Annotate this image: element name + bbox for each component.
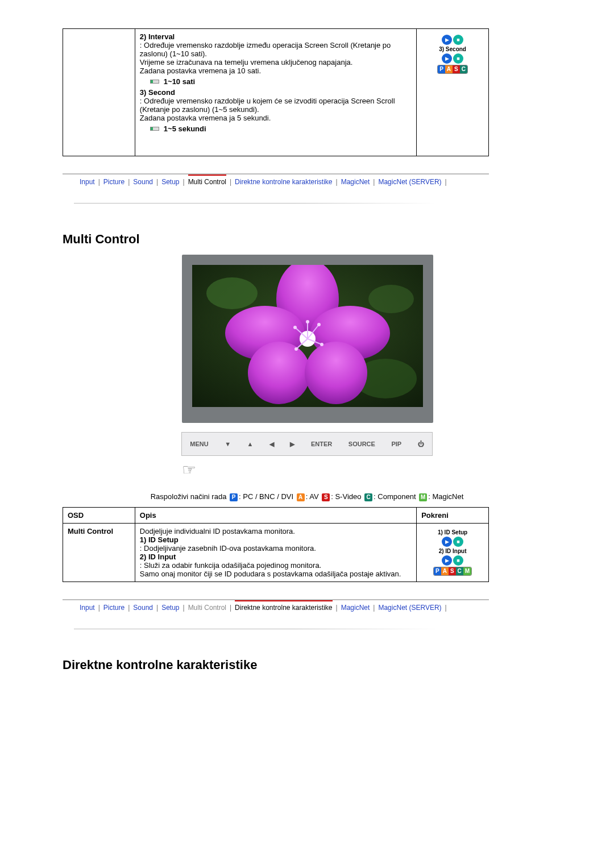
second-text: Zadana postavka vremena ja 5 sekundi. — [140, 114, 412, 122]
hand-pointer-icon: ☞ — [182, 460, 205, 483]
second-text: : Određuje vremensko razdoblje u kojem ć… — [140, 97, 412, 114]
play-icon[interactable]: ▶ — [442, 537, 452, 547]
svg-point-18 — [320, 343, 323, 346]
svg-point-17 — [306, 320, 309, 323]
direktne-heading: Direktne kontrolne karakteristike — [63, 658, 614, 672]
osd-button-bar: MENU ENTER SOURCE PIP — [181, 432, 433, 456]
pokreni-label-2: 2) ID Input — [439, 548, 467, 554]
id-input-text: : Služi za odabir funkcija odašiljača po… — [140, 561, 412, 570]
th-opis: Opis — [135, 507, 416, 523]
svg-point-16 — [293, 326, 297, 329]
th-pokreni: Pokreni — [417, 507, 489, 523]
available-modes-row: Raspoloživi načini rada P: PC / BNC / DV… — [63, 492, 551, 501]
slider-icon — [150, 80, 159, 84]
nav-magicnet-server[interactable]: MagicNet (SERVER) — [378, 604, 441, 612]
nav-bar-1: Input| Picture| Sound| Setup| Multi Cont… — [63, 175, 489, 186]
nav-input[interactable]: Input — [80, 604, 95, 612]
stop-icon[interactable]: ■ — [453, 53, 463, 64]
osd-right-icon[interactable] — [290, 441, 294, 448]
pokreni-label-1: 1) ID Setup — [438, 529, 467, 535]
play-icon[interactable]: ▶ — [442, 555, 452, 566]
interval-text: Zadana postavka vremena ja 10 sati. — [140, 67, 412, 75]
nav-sound[interactable]: Sound — [133, 178, 153, 186]
stop-icon[interactable]: ■ — [453, 555, 463, 566]
mode-badge-p: P — [230, 493, 238, 501]
osd-up-icon[interactable] — [247, 441, 254, 447]
osd-down-icon[interactable] — [225, 441, 231, 447]
svg-point-15 — [317, 323, 321, 326]
nav-magicnet-server[interactable]: MagicNet (SERVER) — [378, 178, 441, 186]
nav-magicnet[interactable]: MagicNet — [341, 178, 370, 186]
nav-direktne[interactable]: Direktne kontrolne karakteristike — [235, 600, 332, 612]
second-heading: 3) Second — [140, 88, 412, 97]
id-input-text: Samo onaj monitor čiji se ID podudara s … — [140, 570, 412, 578]
mode-badge-c: C — [364, 493, 372, 501]
nav-bar-2: Input| Picture| Sound| Setup| Multi Cont… — [63, 600, 489, 612]
nav-picture[interactable]: Picture — [103, 604, 125, 612]
svg-point-19 — [294, 347, 298, 351]
modes-prefix: Raspoloživi načini rada — [151, 492, 227, 501]
mode-badge-s: S — [322, 493, 330, 501]
multi-control-heading: Multi Control — [63, 232, 614, 247]
svg-point-1 — [206, 277, 258, 309]
nav-sound[interactable]: Sound — [133, 604, 153, 612]
osd-left-icon[interactable] — [269, 441, 274, 448]
nav-multi-control[interactable]: Multi Control — [188, 175, 226, 186]
nav-direktne[interactable]: Direktne kontrolne karakteristike — [235, 178, 332, 186]
osd-pip[interactable]: PIP — [391, 441, 401, 447]
mode-badge-a: A — [297, 493, 305, 501]
play-icon[interactable]: ▶ — [442, 35, 452, 45]
monitor-illustration — [182, 255, 432, 423]
svg-point-3 — [368, 285, 414, 313]
play-icon[interactable]: ▶ — [442, 53, 452, 64]
pascm-badge: PASCM — [433, 567, 472, 576]
pasc-badge: PASC — [437, 65, 468, 74]
th-osd: OSD — [63, 507, 135, 523]
nav-input[interactable]: Input — [80, 178, 95, 186]
pokreni-label: 3) Second — [439, 46, 466, 52]
flower-image — [192, 265, 423, 407]
interval-heading: 2) Interval — [140, 32, 412, 41]
id-setup-head: 1) ID Setup — [140, 535, 412, 544]
interval-text: : Određuje vremensko razdoblje između op… — [140, 41, 412, 58]
stop-icon[interactable]: ■ — [453, 35, 463, 45]
osd-power-icon[interactable] — [418, 441, 424, 447]
nav-magicnet[interactable]: MagicNet — [341, 604, 370, 612]
mode-badge-m: M — [419, 493, 427, 501]
osd-enter[interactable]: ENTER — [311, 441, 332, 447]
pokreni-group: ▶ ■ 3) Second ▶ ■ PASC — [421, 32, 484, 76]
svg-point-7 — [248, 342, 310, 404]
nav-picture[interactable]: Picture — [103, 178, 125, 186]
svg-point-8 — [305, 342, 367, 404]
top-continuation-table: 2) Interval : Određuje vremensko razdobl… — [63, 28, 489, 156]
second-bullet: 1~5 sekundi — [150, 124, 412, 133]
nav-setup[interactable]: Setup — [161, 178, 179, 186]
interval-bullet: 1~10 sati — [150, 77, 412, 86]
interval-text: Vrijeme se izračunava na temelju vremena… — [140, 58, 412, 67]
osd-menu[interactable]: MENU — [190, 441, 208, 447]
osd-source[interactable]: SOURCE — [349, 441, 375, 447]
id-setup-text: : Dodjeljivanje zasebnih ID-ova postavka… — [140, 544, 412, 553]
stop-icon[interactable]: ■ — [453, 537, 463, 547]
id-input-head: 2) ID Input — [140, 553, 412, 561]
row-label: Multi Control — [63, 523, 135, 582]
nav-setup[interactable]: Setup — [161, 604, 179, 612]
slider-icon — [150, 127, 159, 131]
opis-intro: Dodjeljuje individualni ID postavkama mo… — [140, 527, 412, 535]
nav-multi-control[interactable]: Multi Control — [188, 604, 226, 612]
multi-control-table: OSD Opis Pokreni Multi Control Dodjeljuj… — [63, 507, 489, 582]
